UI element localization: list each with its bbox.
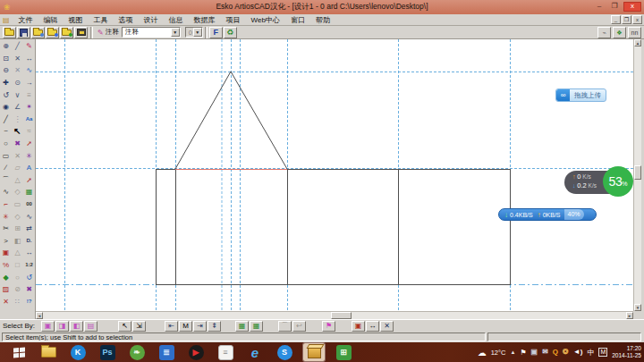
rectangle-tool-icon[interactable]: ▭: [0, 149, 12, 162]
save-button[interactable]: [17, 27, 30, 38]
delete-tool-icon[interactable]: ✕: [0, 295, 12, 307]
vscroll-thumb[interactable]: [634, 165, 641, 180]
flag-pink-icon[interactable]: ⚑: [322, 321, 335, 332]
help-icon[interactable]: !?: [23, 295, 35, 307]
gray-triangle-icon[interactable]: △: [12, 174, 23, 187]
erase-x-icon[interactable]: ✕: [12, 53, 23, 65]
square-gray-icon[interactable]: □: [12, 259, 23, 272]
hidden-icons-chevron[interactable]: ▲: [510, 349, 515, 355]
volume-icon[interactable]: ◄): [573, 348, 583, 357]
view-eye-icon[interactable]: ◉: [0, 101, 12, 114]
no-fill-icon[interactable]: ⊘: [12, 283, 23, 296]
undo-gray-icon[interactable]: ↩: [292, 321, 306, 332]
internet-explorer-icon[interactable]: e: [244, 343, 266, 361]
select-m-icon[interactable]: M: [179, 321, 192, 332]
snap-dots-icon[interactable]: ⋮: [12, 114, 23, 126]
flower-purple-icon[interactable]: ✳: [23, 149, 35, 162]
select-left-icon[interactable]: ⇤: [165, 321, 178, 332]
curve-arrow-icon[interactable]: →: [23, 77, 35, 89]
speed-bar[interactable]: ↓ 0.4KB/S ↑ 0KB/S 40%: [498, 208, 597, 221]
menu-item-项目[interactable]: 项目: [221, 15, 246, 25]
grid-plus-icon[interactable]: ⊞: [12, 223, 23, 235]
dots-grid-icon[interactable]: ∷: [12, 295, 23, 307]
multi-select-icon[interactable]: ✖: [12, 138, 23, 150]
scroll-left-icon[interactable]: ◄: [36, 312, 43, 319]
zoom-in-icon[interactable]: ⊕: [0, 40, 12, 53]
scroll-down-icon[interactable]: ▼: [634, 304, 641, 311]
security-tray-icon[interactable]: ▣: [531, 348, 538, 357]
progress-circle[interactable]: 53 %: [603, 166, 633, 197]
artioscad-taskbar-icon[interactable]: [303, 343, 325, 361]
open-button[interactable]: [3, 27, 16, 38]
horizontal-scrollbar[interactable]: ◄ ►: [36, 311, 633, 319]
gray-rect-icon[interactable]: ▭: [12, 198, 23, 211]
line-angle-tool-icon[interactable]: ∕: [0, 162, 12, 174]
mdi-restore-button[interactable]: ❐: [622, 15, 631, 24]
open-design-button[interactable]: [46, 27, 59, 38]
select-right-icon[interactable]: ⇥: [193, 321, 207, 332]
drag-upload-button[interactable]: ∞ 拖拽上传: [555, 88, 606, 102]
scroll-right-icon[interactable]: ►: [626, 312, 633, 319]
box-measure-icon[interactable]: ▣: [352, 321, 365, 332]
pan-icon[interactable]: ✚: [0, 77, 12, 89]
arc-gray-icon[interactable]: ⌒: [278, 321, 292, 332]
app-k-icon[interactable]: K: [67, 343, 89, 361]
blue-scribble-icon[interactable]: ∿: [23, 64, 35, 77]
hscroll-thumb[interactable]: [331, 312, 352, 319]
photoshop-icon[interactable]: Ps: [97, 343, 118, 361]
language-bar[interactable]: M: [598, 348, 607, 357]
select-by-layer-icon[interactable]: ◧: [70, 321, 83, 332]
media-player-icon[interactable]: ▶: [185, 343, 207, 361]
annotation-button[interactable]: ✎ 注释: [95, 27, 122, 38]
gray-diamond-icon[interactable]: ◇: [12, 186, 23, 198]
bezier-tool-icon[interactable]: ∿: [0, 186, 12, 198]
recycle-button[interactable]: ♻: [224, 27, 237, 38]
import-file-button[interactable]: [31, 27, 45, 38]
mdi-close-button[interactable]: x: [632, 15, 642, 24]
f-button[interactable]: F: [209, 27, 223, 38]
layer-combobox[interactable]: 注释 ▼: [122, 27, 181, 38]
slash-tool-icon[interactable]: ╱: [12, 40, 23, 53]
arrow-upright-icon[interactable]: ➚: [23, 138, 35, 150]
dim-arrow-icon[interactable]: ↔: [23, 53, 35, 65]
select-by-class-icon[interactable]: ▤: [84, 321, 97, 332]
burst-tool-icon[interactable]: ✳: [0, 210, 12, 223]
units-icon[interactable]: nn: [628, 27, 641, 38]
clock[interactable]: 17:20 2014-11-25: [612, 345, 641, 359]
vee-tool-icon[interactable]: ∨: [12, 88, 23, 101]
italic-a-icon[interactable]: A: [23, 162, 35, 174]
measure-icon[interactable]: ⌁: [597, 27, 611, 38]
select-add-icon[interactable]: ⇲: [132, 321, 146, 332]
sogou-tray-icon[interactable]: ❂: [563, 348, 569, 357]
menu-item-设计[interactable]: 设计: [139, 15, 164, 25]
app-s-icon[interactable]: S: [274, 343, 295, 361]
d-tool-icon[interactable]: D.: [23, 235, 35, 248]
menu-item-窗口[interactable]: 窗口: [285, 15, 310, 25]
gray-x-icon[interactable]: ✕: [12, 149, 23, 162]
restore-button[interactable]: ❐: [608, 2, 621, 12]
menu-item-视图[interactable]: 视图: [64, 15, 89, 25]
menu-item-Web中心[interactable]: Web中心: [246, 15, 285, 25]
esko-green-icon[interactable]: ❖: [613, 27, 626, 38]
star-purple-icon[interactable]: ✴: [23, 101, 35, 114]
select-arrow-icon[interactable]: ↖: [12, 125, 23, 138]
green-grid-app-icon[interactable]: ⊞: [333, 343, 354, 361]
vertical-scrollbar[interactable]: ▲ ▼: [633, 39, 641, 311]
select-group-icon[interactable]: ⇞: [208, 321, 221, 332]
tri-gray-icon[interactable]: △: [12, 247, 23, 259]
purple-x-icon[interactable]: ✖: [23, 283, 35, 296]
circle-gray-icon[interactable]: ○: [12, 271, 23, 283]
ratio-icon[interactable]: 1:2: [23, 259, 35, 272]
waves-icon[interactable]: ≈: [23, 125, 35, 138]
diamond-tool-icon[interactable]: ◆: [0, 271, 12, 283]
trim-tool-icon[interactable]: ✂: [0, 223, 12, 235]
x-arrows-icon[interactable]: ✕: [380, 321, 394, 332]
select-tool-icon[interactable]: ↖: [118, 321, 131, 332]
fill-tool-icon[interactable]: ▣: [0, 247, 12, 259]
notepad-icon[interactable]: ≡: [215, 343, 236, 361]
qq-icon[interactable]: Q: [553, 348, 558, 357]
menu-item-信息[interactable]: 信息: [164, 15, 189, 25]
gray-quad-icon[interactable]: ▱: [12, 162, 23, 174]
mdi-minimize-button[interactable]: _: [611, 15, 621, 24]
menu-item-选项[interactable]: 选项: [114, 15, 139, 25]
